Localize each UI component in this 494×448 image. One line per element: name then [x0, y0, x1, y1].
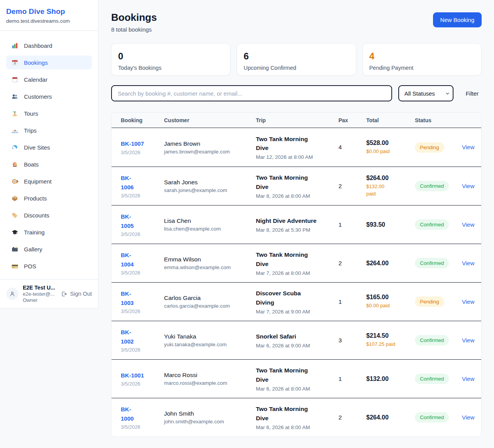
view-link[interactable]: View [462, 414, 474, 421]
stats-cards: 0 Today's Bookings 6 Upcoming Confirmed … [111, 43, 482, 76]
total-amount: $264.00 [366, 260, 409, 267]
booking-cell: BK- 1003 3/5/2026 [121, 289, 164, 314]
sidebar-item-dive-sites[interactable]: Dive Sites [6, 140, 92, 154]
stat-card-upcoming-confirmed: 6 Upcoming Confirmed [237, 43, 356, 76]
sidebar-item-tours[interactable]: Tours [6, 106, 92, 120]
view-link[interactable]: View [462, 183, 474, 189]
status-badge: Confirmed [415, 412, 449, 423]
total-cell: $264.00 $132.00 paid [366, 175, 415, 197]
sidebar-item-training[interactable]: Training [6, 225, 92, 239]
sidebar-item-trips[interactable]: Trips [6, 123, 92, 137]
sign-out-button[interactable]: Sign Out [61, 291, 92, 297]
customer-cell: Yuki Tanaka yuki.tanaka@example.com [164, 333, 256, 347]
booking-created-date: 3/5/2026 [121, 270, 159, 276]
stat-label: Pending Payment [369, 65, 475, 71]
camera-icon [11, 246, 19, 253]
stat-value: 0 [118, 51, 223, 62]
new-booking-button[interactable]: New Booking [433, 12, 482, 27]
people-icon [11, 93, 19, 100]
booking-id-link[interactable]: BK- 1006 [121, 173, 134, 192]
total-amount: $214.50 [366, 332, 409, 339]
column-header-customer: Customer [164, 117, 256, 123]
status-filter-select[interactable]: All Statuses [398, 85, 453, 101]
booking-id-link[interactable]: BK- 1003 [121, 289, 134, 307]
view-link[interactable]: View [462, 298, 474, 305]
sidebar-item-products[interactable]: Products [6, 191, 92, 205]
sailboat-icon [11, 161, 19, 168]
sidebar-item-label: Dive Sites [24, 144, 50, 151]
booking-cell: BK-1007 3/5/2026 [121, 139, 164, 155]
sidebar-item-boats[interactable]: Boats [6, 157, 92, 171]
trip-cell: Two Tank Morning Dive Mar 6, 2026 at 8:0… [256, 366, 338, 392]
search-input[interactable] [111, 85, 392, 101]
trip-name: Snorkel Safari [256, 332, 333, 341]
view-link[interactable]: View [462, 144, 474, 150]
booking-id-link[interactable]: BK- 1000 [121, 405, 134, 423]
booking-id-link[interactable]: BK- 1005 [121, 212, 134, 230]
diving-mask-icon [11, 178, 19, 185]
stat-value: 4 [369, 51, 475, 62]
shop-name: Demo Dive Shop [6, 7, 92, 16]
main-content: Bookings 8 total bookings New Booking 0 … [98, 0, 494, 448]
view-link[interactable]: View [462, 260, 474, 266]
trip-datetime: Mar 7, 2026 at 9:00 AM [256, 309, 333, 315]
sidebar-item-dashboard[interactable]: Dashboard [6, 39, 92, 52]
sidebar-item-label: Customers [24, 93, 52, 100]
total-amount: $93.50 [366, 221, 409, 228]
filter-button[interactable]: Filter [463, 88, 482, 99]
status-cell: Confirmed [415, 258, 462, 268]
sidebar-footer: E2E Test U... e2e-tester@... Owner Sign … [0, 279, 98, 308]
booking-created-date: 3/5/2026 [121, 193, 159, 199]
trip-datetime: Mar 8, 2026 at 5:30 PM [256, 227, 333, 233]
view-link[interactable]: View [462, 337, 474, 344]
sidebar-item-label: Equipment [24, 178, 52, 185]
booking-cell: BK-1001 3/5/2026 [121, 371, 164, 387]
status-badge: Pending [415, 142, 444, 153]
sidebar-item-gallery[interactable]: Gallery [6, 242, 92, 256]
sidebar-item-calendar[interactable]: Calendar [6, 72, 92, 86]
trip-cell: Two Tank Morning Dive Mar 6, 2026 at 8:0… [256, 404, 338, 430]
booking-id-link[interactable]: BK-1001 [121, 371, 144, 380]
trip-cell: Discover Scuba Diving Mar 7, 2026 at 9:0… [256, 289, 338, 315]
total-cell: $165.00 $0.00 paid [366, 294, 415, 309]
table-row: BK-1007 3/5/2026 James Brown james.brown… [112, 128, 481, 167]
view-cell: View [462, 337, 480, 344]
customer-email: carlos.garcia@example.com [164, 303, 250, 309]
customer-name: Emma Wilson [164, 256, 250, 263]
view-cell: View [462, 221, 480, 228]
trip-datetime: Mar 8, 2026 at 8:00 AM [256, 193, 333, 199]
booking-id-link[interactable]: BK-1007 [121, 139, 144, 148]
trip-cell: Two Tank Morning Dive Mar 7, 2026 at 8:0… [256, 250, 338, 276]
sidebar-item-bookings[interactable]: 17 Bookings [6, 56, 92, 69]
column-header-status: Status [415, 117, 462, 123]
sidebar-item-customers[interactable]: Customers [6, 89, 92, 103]
total-bookings-count: 8 total bookings [111, 26, 157, 33]
paid-amount: $0.00 paid [366, 148, 409, 155]
status-cell: Pending [415, 296, 462, 307]
pax-count: 2 [338, 260, 366, 267]
trip-cell: Night Dive Adventure Mar 8, 2026 at 5:30… [256, 216, 338, 233]
sidebar-item-pos[interactable]: POS [6, 259, 92, 273]
pax-count: 2 [338, 414, 366, 421]
booking-created-date: 3/5/2026 [121, 231, 159, 237]
pax-count: 1 [338, 221, 366, 228]
trip-name: Two Tank Morning Dive [256, 173, 333, 191]
booking-cell: BK- 1002 3/5/2026 [121, 328, 164, 353]
booking-id-link[interactable]: BK- 1002 [121, 328, 134, 346]
sidebar-item-discounts[interactable]: Discounts [6, 208, 92, 222]
person-icon [9, 290, 16, 297]
stat-value: 6 [244, 51, 349, 62]
paid-amount: $132.00 paid [366, 183, 409, 197]
view-link[interactable]: View [462, 221, 474, 228]
sidebar-header: Demo Dive Shop demo.test.divestreams.com [0, 0, 98, 31]
sidebar-item-label: Training [24, 229, 45, 236]
sidebar-item-equipment[interactable]: Equipment [6, 174, 92, 188]
booking-id-link[interactable]: BK- 1004 [121, 251, 134, 269]
status-badge: Confirmed [415, 181, 449, 191]
total-amount: $528.00 [366, 140, 409, 147]
view-link[interactable]: View [462, 376, 474, 382]
view-cell: View [462, 298, 480, 305]
booking-created-date: 3/5/2026 [121, 424, 159, 430]
total-cell: $264.00 [366, 260, 415, 267]
customer-cell: Carlos Garcia carlos.garcia@example.com [164, 295, 256, 309]
